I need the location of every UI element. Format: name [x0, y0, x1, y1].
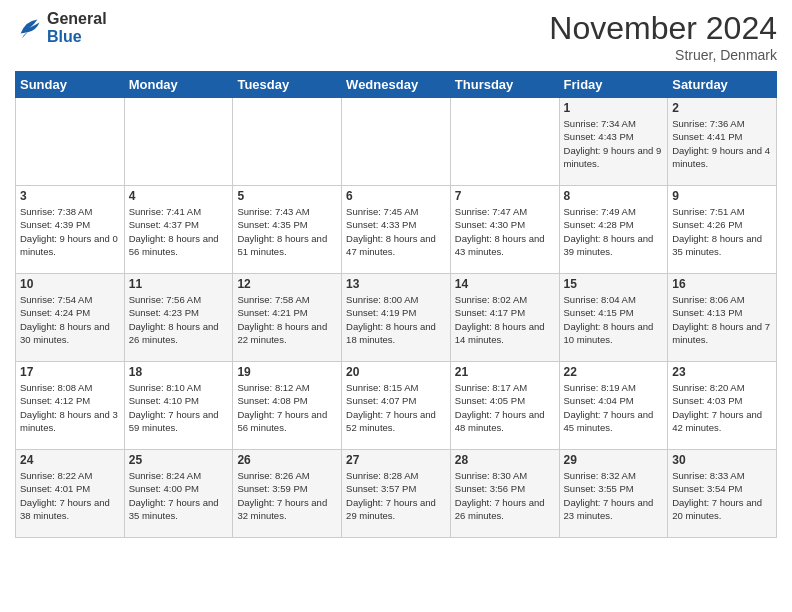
day-number: 9: [672, 189, 772, 203]
calendar-cell: 2Sunrise: 7:36 AMSunset: 4:41 PMDaylight…: [668, 98, 777, 186]
day-info: Sunrise: 8:12 AMSunset: 4:08 PMDaylight:…: [237, 381, 337, 434]
calendar-cell: 22Sunrise: 8:19 AMSunset: 4:04 PMDayligh…: [559, 362, 668, 450]
day-number: 5: [237, 189, 337, 203]
calendar-cell: 28Sunrise: 8:30 AMSunset: 3:56 PMDayligh…: [450, 450, 559, 538]
day-info: Sunrise: 7:36 AMSunset: 4:41 PMDaylight:…: [672, 117, 772, 170]
calendar-cell: [124, 98, 233, 186]
calendar-body: 1Sunrise: 7:34 AMSunset: 4:43 PMDaylight…: [16, 98, 777, 538]
month-title: November 2024: [549, 10, 777, 47]
day-info: Sunrise: 7:51 AMSunset: 4:26 PMDaylight:…: [672, 205, 772, 258]
calendar-cell: 24Sunrise: 8:22 AMSunset: 4:01 PMDayligh…: [16, 450, 125, 538]
day-number: 1: [564, 101, 664, 115]
week-row-1: 1Sunrise: 7:34 AMSunset: 4:43 PMDaylight…: [16, 98, 777, 186]
day-number: 24: [20, 453, 120, 467]
day-number: 3: [20, 189, 120, 203]
day-number: 19: [237, 365, 337, 379]
calendar-cell: 15Sunrise: 8:04 AMSunset: 4:15 PMDayligh…: [559, 274, 668, 362]
day-info: Sunrise: 8:10 AMSunset: 4:10 PMDaylight:…: [129, 381, 229, 434]
calendar-cell: 1Sunrise: 7:34 AMSunset: 4:43 PMDaylight…: [559, 98, 668, 186]
header: General Blue November 2024 Struer, Denma…: [15, 10, 777, 63]
day-number: 16: [672, 277, 772, 291]
day-info: Sunrise: 8:15 AMSunset: 4:07 PMDaylight:…: [346, 381, 446, 434]
day-info: Sunrise: 8:24 AMSunset: 4:00 PMDaylight:…: [129, 469, 229, 522]
calendar-cell: 13Sunrise: 8:00 AMSunset: 4:19 PMDayligh…: [342, 274, 451, 362]
day-info: Sunrise: 7:41 AMSunset: 4:37 PMDaylight:…: [129, 205, 229, 258]
day-number: 27: [346, 453, 446, 467]
calendar: SundayMondayTuesdayWednesdayThursdayFrid…: [15, 71, 777, 538]
day-number: 6: [346, 189, 446, 203]
logo-text: General Blue: [47, 10, 107, 46]
calendar-cell: 4Sunrise: 7:41 AMSunset: 4:37 PMDaylight…: [124, 186, 233, 274]
day-number: 8: [564, 189, 664, 203]
day-info: Sunrise: 8:30 AMSunset: 3:56 PMDaylight:…: [455, 469, 555, 522]
week-row-5: 24Sunrise: 8:22 AMSunset: 4:01 PMDayligh…: [16, 450, 777, 538]
calendar-cell: 7Sunrise: 7:47 AMSunset: 4:30 PMDaylight…: [450, 186, 559, 274]
day-of-week-saturday: Saturday: [668, 72, 777, 98]
day-of-week-thursday: Thursday: [450, 72, 559, 98]
day-info: Sunrise: 7:49 AMSunset: 4:28 PMDaylight:…: [564, 205, 664, 258]
calendar-cell: [342, 98, 451, 186]
day-info: Sunrise: 8:26 AMSunset: 3:59 PMDaylight:…: [237, 469, 337, 522]
calendar-cell: 19Sunrise: 8:12 AMSunset: 4:08 PMDayligh…: [233, 362, 342, 450]
week-row-3: 10Sunrise: 7:54 AMSunset: 4:24 PMDayligh…: [16, 274, 777, 362]
calendar-cell: 23Sunrise: 8:20 AMSunset: 4:03 PMDayligh…: [668, 362, 777, 450]
day-of-week-monday: Monday: [124, 72, 233, 98]
calendar-cell: 29Sunrise: 8:32 AMSunset: 3:55 PMDayligh…: [559, 450, 668, 538]
day-number: 28: [455, 453, 555, 467]
calendar-cell: 12Sunrise: 7:58 AMSunset: 4:21 PMDayligh…: [233, 274, 342, 362]
day-info: Sunrise: 8:02 AMSunset: 4:17 PMDaylight:…: [455, 293, 555, 346]
calendar-header: SundayMondayTuesdayWednesdayThursdayFrid…: [16, 72, 777, 98]
day-number: 23: [672, 365, 772, 379]
day-number: 7: [455, 189, 555, 203]
calendar-cell: 18Sunrise: 8:10 AMSunset: 4:10 PMDayligh…: [124, 362, 233, 450]
day-of-week-wednesday: Wednesday: [342, 72, 451, 98]
calendar-cell: [450, 98, 559, 186]
day-number: 20: [346, 365, 446, 379]
day-info: Sunrise: 8:33 AMSunset: 3:54 PMDaylight:…: [672, 469, 772, 522]
day-info: Sunrise: 8:04 AMSunset: 4:15 PMDaylight:…: [564, 293, 664, 346]
day-number: 13: [346, 277, 446, 291]
day-info: Sunrise: 7:56 AMSunset: 4:23 PMDaylight:…: [129, 293, 229, 346]
calendar-cell: 14Sunrise: 8:02 AMSunset: 4:17 PMDayligh…: [450, 274, 559, 362]
logo-blue: Blue: [47, 28, 82, 45]
day-number: 10: [20, 277, 120, 291]
day-info: Sunrise: 7:54 AMSunset: 4:24 PMDaylight:…: [20, 293, 120, 346]
day-number: 21: [455, 365, 555, 379]
week-row-2: 3Sunrise: 7:38 AMSunset: 4:39 PMDaylight…: [16, 186, 777, 274]
calendar-cell: [16, 98, 125, 186]
day-number: 17: [20, 365, 120, 379]
calendar-cell: 17Sunrise: 8:08 AMSunset: 4:12 PMDayligh…: [16, 362, 125, 450]
calendar-cell: 20Sunrise: 8:15 AMSunset: 4:07 PMDayligh…: [342, 362, 451, 450]
calendar-cell: 27Sunrise: 8:28 AMSunset: 3:57 PMDayligh…: [342, 450, 451, 538]
day-info: Sunrise: 7:58 AMSunset: 4:21 PMDaylight:…: [237, 293, 337, 346]
title-block: November 2024 Struer, Denmark: [549, 10, 777, 63]
day-info: Sunrise: 8:17 AMSunset: 4:05 PMDaylight:…: [455, 381, 555, 434]
day-number: 26: [237, 453, 337, 467]
day-number: 4: [129, 189, 229, 203]
day-info: Sunrise: 8:00 AMSunset: 4:19 PMDaylight:…: [346, 293, 446, 346]
calendar-cell: 26Sunrise: 8:26 AMSunset: 3:59 PMDayligh…: [233, 450, 342, 538]
calendar-cell: 16Sunrise: 8:06 AMSunset: 4:13 PMDayligh…: [668, 274, 777, 362]
day-info: Sunrise: 8:06 AMSunset: 4:13 PMDaylight:…: [672, 293, 772, 346]
day-number: 18: [129, 365, 229, 379]
location: Struer, Denmark: [549, 47, 777, 63]
calendar-cell: 8Sunrise: 7:49 AMSunset: 4:28 PMDaylight…: [559, 186, 668, 274]
day-number: 14: [455, 277, 555, 291]
logo: General Blue: [15, 10, 107, 46]
day-number: 12: [237, 277, 337, 291]
logo-bird-icon: [15, 14, 43, 42]
day-info: Sunrise: 8:22 AMSunset: 4:01 PMDaylight:…: [20, 469, 120, 522]
day-number: 15: [564, 277, 664, 291]
day-info: Sunrise: 7:47 AMSunset: 4:30 PMDaylight:…: [455, 205, 555, 258]
day-info: Sunrise: 8:20 AMSunset: 4:03 PMDaylight:…: [672, 381, 772, 434]
calendar-cell: 30Sunrise: 8:33 AMSunset: 3:54 PMDayligh…: [668, 450, 777, 538]
day-info: Sunrise: 7:43 AMSunset: 4:35 PMDaylight:…: [237, 205, 337, 258]
day-number: 22: [564, 365, 664, 379]
day-of-week-sunday: Sunday: [16, 72, 125, 98]
day-info: Sunrise: 8:19 AMSunset: 4:04 PMDaylight:…: [564, 381, 664, 434]
day-info: Sunrise: 8:08 AMSunset: 4:12 PMDaylight:…: [20, 381, 120, 434]
day-info: Sunrise: 7:34 AMSunset: 4:43 PMDaylight:…: [564, 117, 664, 170]
calendar-cell: 21Sunrise: 8:17 AMSunset: 4:05 PMDayligh…: [450, 362, 559, 450]
day-info: Sunrise: 7:45 AMSunset: 4:33 PMDaylight:…: [346, 205, 446, 258]
day-info: Sunrise: 8:32 AMSunset: 3:55 PMDaylight:…: [564, 469, 664, 522]
